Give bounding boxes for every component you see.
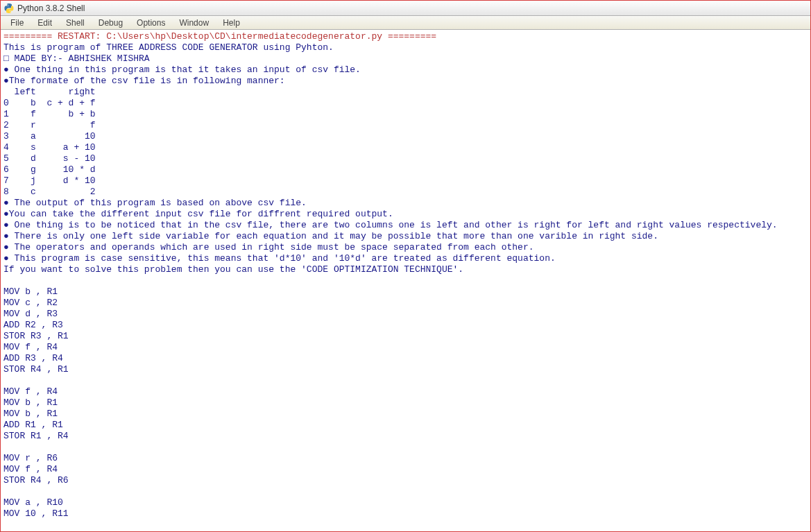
menu-edit[interactable]: Edit bbox=[31, 17, 59, 29]
menu-debug[interactable]: Debug bbox=[92, 17, 130, 29]
menubar: File Edit Shell Debug Options Window Hel… bbox=[1, 16, 810, 30]
menu-shell[interactable]: Shell bbox=[59, 17, 92, 29]
python-icon bbox=[3, 3, 15, 14]
svg-point-0 bbox=[7, 4, 8, 5]
menu-options[interactable]: Options bbox=[130, 17, 172, 29]
window-titlebar: Python 3.8.2 Shell bbox=[1, 1, 810, 16]
menu-window[interactable]: Window bbox=[172, 17, 216, 29]
shell-output[interactable]: ========= RESTART: C:\Users\hp\Desktop\C… bbox=[1, 30, 810, 531]
menu-help[interactable]: Help bbox=[216, 17, 247, 29]
restart-line: ========= RESTART: C:\Users\hp\Desktop\C… bbox=[3, 31, 436, 42]
window-title: Python 3.8.2 Shell bbox=[17, 3, 85, 13]
svg-point-1 bbox=[10, 11, 10, 12]
output-body: This is program of THREE ADDRESS CODE GE… bbox=[3, 42, 778, 519]
menu-file[interactable]: File bbox=[3, 17, 31, 29]
